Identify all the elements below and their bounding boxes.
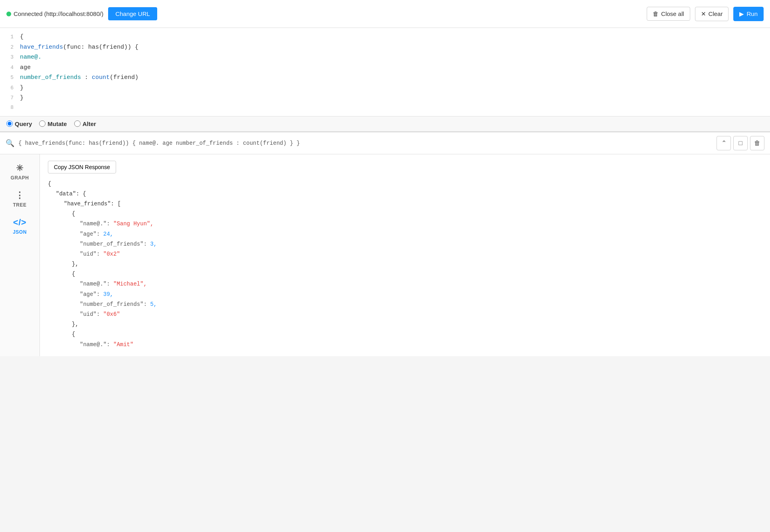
radio-label-alter[interactable]: Alter: [74, 120, 96, 127]
json-key: "name@.":: [80, 221, 113, 227]
line-content: }: [20, 83, 770, 93]
code-editor[interactable]: 1{2 have_friends(func: has(friend)) {3 n…: [0, 28, 770, 116]
json-plain-text: "data": {: [56, 191, 86, 197]
line-number: 3: [0, 53, 20, 62]
line-content: have_friends(func: has(friend)) {: [20, 42, 770, 53]
code-segment: (func: has(friend)) {: [63, 44, 138, 51]
change-url-button[interactable]: Change URL: [108, 7, 157, 20]
run-label: Run: [746, 10, 758, 17]
query-type-bar: QueryMutateAlter: [0, 116, 770, 132]
radio-label-query[interactable]: Query: [6, 120, 32, 127]
code-segment: number_of_friends: [20, 74, 81, 81]
query-bar-actions: ⌃ □ 🗑: [717, 136, 764, 150]
results-sidebar: ✳GRAPH⋮TREE</>JSON: [0, 154, 40, 356]
json-icon: </>: [13, 217, 26, 228]
radio-label-mutate[interactable]: Mutate: [39, 120, 67, 127]
json-value: 24,: [103, 231, 113, 237]
code-line: 8: [0, 103, 770, 112]
clear-button[interactable]: ✕ Clear: [695, 7, 729, 21]
json-line: "name@.": "Amit": [48, 340, 762, 350]
json-line: "name@.": "Sang Hyun",: [48, 219, 762, 229]
line-content: name@.: [20, 52, 770, 63]
code-segment: :: [81, 74, 92, 81]
line-content: age: [20, 63, 770, 73]
collapse-button[interactable]: ⌃: [717, 136, 731, 150]
json-line: },: [48, 259, 762, 269]
sidebar-item-graph[interactable]: ✳GRAPH: [0, 158, 39, 185]
query-bar: 🔍 { have_friends(func: has(friend)) { na…: [0, 132, 770, 154]
json-key: "age":: [80, 291, 103, 298]
json-value: 5,: [150, 301, 157, 307]
radio-label-text-mutate: Mutate: [47, 120, 67, 127]
times-icon: ✕: [701, 10, 706, 18]
json-value: "Amit": [113, 341, 133, 348]
json-plain-text: },: [72, 321, 79, 327]
code-segment: age: [20, 64, 31, 71]
sidebar-item-label-json: JSON: [13, 229, 27, 235]
json-plain-text: {: [72, 331, 75, 337]
sidebar-item-label-tree: TREE: [13, 202, 26, 208]
code-segment: name@.: [20, 54, 41, 61]
json-plain-text: {: [48, 181, 51, 187]
json-key: "name@.":: [80, 341, 113, 348]
code-line: 6 }: [0, 83, 770, 93]
run-button[interactable]: ▶ Run: [733, 7, 764, 21]
line-number: 5: [0, 73, 20, 82]
json-line: {: [48, 269, 762, 279]
line-content: number_of_friends : count(friend): [20, 73, 770, 83]
copy-json-button[interactable]: Copy JSON Response: [48, 161, 116, 173]
json-key: "name@.":: [80, 281, 113, 287]
top-bar: Connected (http://localhost:8080/) Chang…: [0, 0, 770, 28]
line-number: 7: [0, 94, 20, 102]
line-number: 1: [0, 33, 20, 41]
clear-label: Clear: [709, 10, 723, 17]
json-value: 39,: [103, 291, 113, 298]
json-value: "Michael",: [113, 281, 147, 287]
radio-query[interactable]: [6, 120, 13, 127]
json-line: "uid": "0x6": [48, 309, 762, 319]
sidebar-item-json[interactable]: </>JSON: [0, 213, 39, 240]
delete-query-button[interactable]: 🗑: [750, 136, 764, 150]
line-content: }: [20, 93, 770, 103]
play-icon: ▶: [739, 10, 744, 18]
line-number: 4: [0, 63, 20, 72]
expand-button[interactable]: □: [733, 136, 748, 150]
trash-icon: 🗑: [653, 10, 659, 17]
json-line: "uid": "0x2": [48, 249, 762, 259]
json-key: "uid":: [80, 311, 103, 317]
json-line: "age": 39,: [48, 290, 762, 299]
json-line: "data": {: [48, 189, 762, 199]
code-line: 5 number_of_friends : count(friend): [0, 73, 770, 83]
status-dot: [6, 12, 11, 16]
json-line: "number_of_friends": 5,: [48, 299, 762, 309]
code-segment: }: [20, 85, 24, 91]
radio-mutate[interactable]: [39, 120, 45, 127]
sidebar-item-tree[interactable]: ⋮TREE: [0, 185, 39, 213]
json-plain-text: },: [72, 261, 79, 267]
json-line: "have_friends": [: [48, 199, 762, 209]
code-line: 1{: [0, 32, 770, 42]
query-display: { have_friends(func: has(friend)) { name…: [18, 140, 713, 146]
json-key: "number_of_friends":: [80, 241, 150, 247]
code-segment: count: [92, 74, 110, 81]
editor-section: 1{2 have_friends(func: has(friend)) {3 n…: [0, 28, 770, 132]
code-line: 3 name@.: [0, 52, 770, 63]
line-number: 6: [0, 84, 20, 93]
json-output: {"data": {"have_friends": [{"name@.": "S…: [48, 179, 762, 350]
json-value: "Sang Hyun",: [113, 221, 154, 227]
graph-icon: ✳: [16, 163, 24, 173]
code-segment: have_friends: [20, 44, 63, 51]
results-content: ✳GRAPH⋮TREE</>JSON Copy JSON Response {"…: [0, 154, 770, 356]
tree-icon: ⋮: [15, 190, 24, 201]
json-plain-text: {: [72, 211, 75, 217]
line-content: {: [20, 32, 770, 42]
json-value: 3,: [150, 241, 157, 247]
json-plain-text: "have_friends": [: [64, 201, 121, 207]
code-segment: {: [20, 33, 24, 40]
json-line: "number_of_friends": 3,: [48, 239, 762, 249]
radio-alter[interactable]: [74, 120, 81, 127]
json-line: "age": 24,: [48, 229, 762, 239]
json-line: },: [48, 319, 762, 329]
close-all-button[interactable]: 🗑 Close all: [647, 7, 690, 21]
connection-label: Connected (http://localhost:8080/): [14, 10, 103, 17]
